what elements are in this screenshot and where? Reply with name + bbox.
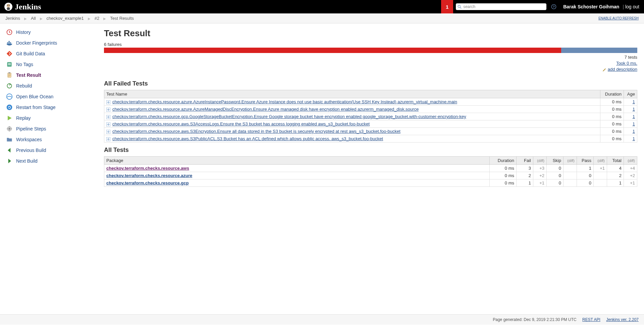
sidebar-item-label: Docker Fingerprints [16, 40, 57, 46]
col-pass[interactable]: Pass [577, 157, 594, 165]
sidebar-item-git-build-data[interactable]: Git Build Data [0, 48, 97, 59]
sidebar-item-replay[interactable]: Replay [0, 113, 97, 123]
result-bar [104, 48, 637, 53]
pencil-icon [602, 67, 607, 72]
breadcrumb-item[interactable]: Jenkins [5, 16, 20, 21]
cell-total-diff: +4 [624, 165, 637, 172]
rebuild-icon [6, 83, 13, 89]
svg-rect-19 [8, 64, 11, 65]
svg-point-3 [7, 5, 8, 6]
expand-icon[interactable] [106, 100, 110, 104]
age-link[interactable]: 1 [633, 129, 635, 134]
enable-auto-refresh[interactable]: ENABLE AUTO REFRESH [598, 16, 639, 20]
failed-test-link[interactable]: checkov.terraform.checks.resource.aws.S3… [112, 136, 383, 141]
user-name[interactable]: Barak Schoster Goihman [563, 4, 619, 9]
expand-icon[interactable] [106, 130, 110, 134]
logout-wrap: | log out [623, 4, 639, 9]
failed-test-link[interactable]: checkov.terraform.checks.resource.azure.… [112, 99, 457, 104]
cell-duration: 0 ms [600, 120, 624, 128]
sidebar-item-no-tags[interactable]: No Tags [0, 59, 97, 70]
table-row: checkov.terraform.checks.resource.azure0… [104, 172, 637, 179]
docker-icon [6, 40, 13, 46]
sidebar-item-workspaces[interactable]: Workspaces [0, 134, 97, 145]
breadcrumb-item[interactable]: All [31, 16, 36, 21]
col-age[interactable]: Age [624, 90, 637, 98]
package-link[interactable]: checkov.terraform.checks.resource.azure [106, 173, 192, 178]
cell-duration: 0 ms [600, 113, 624, 120]
age-link[interactable]: 1 [633, 107, 635, 112]
failed-test-link[interactable]: checkov.terraform.checks.resource.aws.S3… [112, 129, 400, 134]
failed-tests-table: Test Name Duration Age checkov.terraform… [104, 90, 637, 143]
cell-fail-diff: +3 [533, 165, 547, 172]
pipeline-icon [6, 125, 13, 132]
add-description-link[interactable]: add description [608, 66, 637, 72]
expand-icon[interactable] [106, 137, 110, 141]
expand-icon[interactable] [106, 122, 110, 126]
svg-point-4 [9, 5, 9, 6]
sidebar-item-previous-build[interactable]: Previous Build [0, 145, 97, 156]
main-content: Test Result 6 failures 7 tests Took 0 ms… [97, 23, 644, 314]
svg-rect-20 [8, 73, 11, 77]
age-link[interactable]: 1 [633, 114, 635, 119]
cell-total: 2 [607, 172, 624, 179]
age-link[interactable]: 1 [633, 121, 635, 126]
sidebar-item-next-build[interactable]: Next Build [0, 156, 97, 166]
breadcrumb-item[interactable]: Test Results [110, 16, 134, 21]
breadcrumb-item[interactable]: #2 [95, 16, 99, 21]
col-skip[interactable]: Skip [547, 157, 564, 165]
sidebar-item-docker-fingerprints[interactable]: Docker Fingerprints [0, 38, 97, 48]
sidebar-item-label: Test Result [16, 72, 41, 78]
sidebar-item-label: No Tags [16, 62, 33, 67]
col-fail[interactable]: Fail [517, 157, 533, 165]
col-total[interactable]: Total [607, 157, 624, 165]
footer-rest-api[interactable]: REST API [582, 317, 600, 322]
footer: Page generated: Dec 9, 2019 2:21:30 PM U… [0, 314, 644, 325]
sidebar-item-restart-from-stage[interactable]: Restart from Stage [0, 102, 97, 113]
logout-link[interactable]: log out [625, 4, 639, 9]
col-duration2[interactable]: Duration [490, 157, 517, 165]
failed-test-link[interactable]: checkov.terraform.checks.resource.azure.… [112, 107, 419, 112]
footer-version[interactable]: Jenkins ver. 2.207 [606, 317, 639, 322]
col-test-name[interactable]: Test Name [104, 90, 600, 98]
cell-fail-diff: +1 [533, 179, 547, 187]
package-link[interactable]: checkov.terraform.checks.resource.aws [106, 166, 189, 171]
search-input[interactable] [456, 3, 546, 10]
package-link[interactable]: checkov.terraform.checks.resource.gcp [106, 180, 189, 185]
summary-right: 7 tests Took 0 ms. add description [104, 54, 637, 73]
sidebar-item-pipeline-steps[interactable]: Pipeline Steps [0, 123, 97, 134]
cell-fail-diff: +2 [533, 172, 547, 179]
chevron-right-icon: ▶ [88, 17, 91, 20]
search-icon [457, 4, 462, 9]
help-icon[interactable]: ? [551, 4, 556, 9]
sidebar-item-label: Workspaces [16, 137, 42, 142]
col-package[interactable]: Package [104, 157, 490, 165]
page-title: Test Result [104, 28, 637, 39]
col-duration[interactable]: Duration [600, 90, 624, 98]
jenkins-logo[interactable]: Jenkins [4, 2, 41, 11]
all-tests-table: Package Duration Fail (diff) Skip (diff)… [104, 156, 637, 187]
expand-icon[interactable] [106, 115, 110, 119]
breadcrumb-item[interactable]: checkov_example1 [47, 16, 84, 21]
table-row: checkov.terraform.checks.resource.azure.… [104, 106, 637, 113]
sidebar-item-open-blue-ocean[interactable]: Open Blue Ocean [0, 91, 97, 102]
failed-test-link[interactable]: checkov.terraform.checks.resource.gcp.Go… [112, 114, 466, 119]
chevron-right-icon: ▶ [40, 17, 43, 20]
sidebar-item-test-result[interactable]: Test Result [0, 70, 97, 80]
expand-icon[interactable] [106, 108, 110, 112]
prev-icon [6, 147, 13, 154]
age-link[interactable]: 1 [633, 99, 635, 104]
user-area: Barak Schoster Goihman | log out [558, 4, 644, 9]
notification-badge[interactable]: 1 [441, 0, 453, 13]
col-pass-diff: (diff) [594, 157, 607, 165]
result-bar-fail [104, 48, 561, 53]
sidebar-item-label: Previous Build [16, 148, 46, 153]
took-link[interactable]: Took 0 ms. [616, 61, 637, 66]
failed-test-link[interactable]: checkov.terraform.checks.resource.aws.S3… [112, 121, 370, 126]
age-link[interactable]: 1 [633, 136, 635, 141]
sidebar-item-history[interactable]: History [0, 27, 97, 38]
all-tests-heading: All Tests [104, 147, 637, 154]
sidebar-item-rebuild[interactable]: Rebuild [0, 80, 97, 91]
table-row: checkov.terraform.checks.resource.azure.… [104, 98, 637, 106]
cell-skip-diff [564, 179, 577, 187]
svg-point-22 [7, 84, 11, 88]
